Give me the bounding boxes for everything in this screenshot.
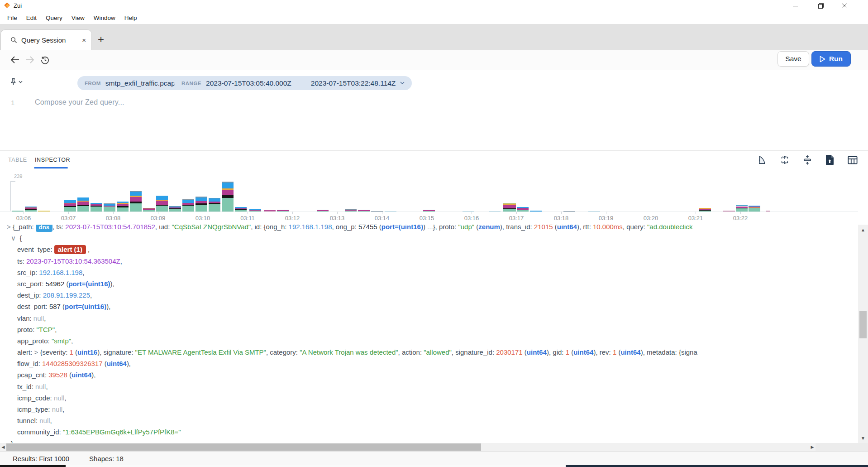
- bar-segment: [130, 203, 142, 212]
- scroll-down-arrow-icon[interactable]: ▼: [858, 434, 868, 442]
- inspector-row[interactable]: dest_ip: 208.91.199.225,: [0, 289, 858, 301]
- bar-segment: [222, 183, 234, 188]
- vertical-scrollbar[interactable]: ▲ ▼: [858, 225, 868, 443]
- bar-segment: [182, 199, 194, 200]
- x-tick-mark: [516, 212, 517, 214]
- collapse-icon[interactable]: [802, 155, 812, 165]
- inspector-row[interactable]: community_id: "1:6345EPBGmGq6k+LlfPy57Pf…: [0, 426, 858, 438]
- bar-segment: [503, 209, 516, 212]
- fin-icon[interactable]: [757, 155, 767, 165]
- token: "ad.doubleclick: [647, 225, 692, 231]
- menu-item-window[interactable]: Window: [89, 12, 120, 24]
- inspector-row[interactable]: icmp_code: null,: [0, 392, 858, 404]
- inspector-row[interactable]: ts: 2023-07-15T03:10:54.363504Z,: [0, 255, 858, 267]
- tab-table[interactable]: TABLE: [8, 151, 27, 169]
- forward-button[interactable]: [24, 54, 36, 66]
- bar-segment: [345, 209, 357, 210]
- inspector-row[interactable]: flow_id: 1440285309326317 (uint64),: [0, 358, 858, 369]
- scroll-right-arrow-icon[interactable]: ▶: [809, 443, 816, 451]
- inspector-row[interactable]: }: [0, 438, 858, 443]
- search-icon: [10, 37, 17, 43]
- inspector-row[interactable]: proto: "TCP",: [0, 324, 858, 335]
- inspector-panel[interactable]: > {_path: dns, ts: 2023-07-15T03:10:54.7…: [0, 225, 858, 443]
- history-button[interactable]: [39, 54, 51, 66]
- columns-icon[interactable]: [847, 155, 858, 165]
- close-icon: [842, 3, 847, 9]
- inspector-row[interactable]: tunnel: null,: [0, 415, 858, 426]
- tab-inspector[interactable]: INSPECTOR: [35, 151, 70, 169]
- menu-item-edit[interactable]: Edit: [22, 12, 41, 24]
- bar-segment: [169, 209, 181, 212]
- menu-item-view[interactable]: View: [67, 12, 89, 24]
- expand-icon[interactable]: [779, 155, 790, 165]
- new-tab-button[interactable]: +: [93, 32, 109, 47]
- token: icmp_type:: [17, 405, 52, 413]
- inspector-row[interactable]: src_ip: 192.168.1.198,: [0, 267, 858, 278]
- bar-segment: [489, 211, 501, 212]
- bar-segment: [38, 211, 50, 212]
- inspector-row[interactable]: dest_port: 587 (port=(uint16)),: [0, 301, 858, 312]
- bar-segment: [423, 211, 435, 212]
- pin-menu-button[interactable]: [10, 78, 23, 86]
- inspector-row[interactable]: pcap_cnt: 39528 (uint64),: [0, 369, 858, 380]
- x-tick-mark: [68, 212, 69, 214]
- tab-query-session[interactable]: Query Session ×: [0, 29, 92, 50]
- taskbar-edge-right: [566, 465, 868, 467]
- token: null: [39, 417, 50, 424]
- token: orig_p:: [336, 225, 358, 231]
- inspector-row[interactable]: vlan: null,: [0, 313, 858, 324]
- bar-segment: [25, 210, 37, 212]
- inspector-row[interactable]: alert: > {severity: 1 (uint16), signatur…: [0, 347, 858, 358]
- menu-item-query[interactable]: Query: [41, 12, 67, 24]
- token: ,: [62, 405, 64, 413]
- back-button[interactable]: [9, 54, 21, 66]
- save-button[interactable]: Save: [777, 51, 809, 67]
- x-tick-mark: [248, 212, 248, 214]
- scroll-up-arrow-icon[interactable]: ▲: [858, 226, 868, 234]
- token: vlan:: [17, 314, 33, 322]
- token: community_id:: [17, 428, 63, 436]
- inspector-row[interactable]: app_proto: "smtp",: [0, 335, 858, 347]
- histogram-chart[interactable]: 239 03:0603:0703:0803:0903:1003:1103:120…: [0, 169, 858, 224]
- minimize-button[interactable]: [785, 0, 806, 12]
- inspector-row[interactable]: > {_path: dns, ts: 2023-07-15T03:10:54.7…: [0, 225, 858, 232]
- menu-item-help[interactable]: Help: [120, 12, 142, 24]
- x-tick-label: 03:15: [413, 215, 440, 221]
- vertical-scrollbar-thumb[interactable]: [859, 311, 867, 338]
- expand-chevron[interactable]: >: [7, 225, 13, 231]
- menu-item-file[interactable]: File: [3, 12, 22, 24]
- token: ,: [251, 225, 254, 231]
- range-pill[interactable]: RANGE 2023-07-15T03:05:40.000Z — 2023-07…: [174, 76, 412, 90]
- title-bar[interactable]: Zui: [0, 0, 868, 12]
- run-button[interactable]: Run: [811, 51, 851, 67]
- query-editor[interactable]: 1 Compose your Zed query...: [0, 98, 868, 110]
- horizontal-scrollbar[interactable]: ◀ ▶: [0, 443, 816, 451]
- inspector-row[interactable]: ∨ {: [0, 232, 858, 244]
- chevron-down-icon: [400, 82, 405, 85]
- bar-segment: [130, 192, 142, 196]
- bar-segment: [222, 182, 234, 183]
- expand-chevron[interactable]: ∨: [11, 234, 16, 242]
- bar-segment: [169, 208, 181, 209]
- path-badge[interactable]: dns: [36, 225, 52, 232]
- close-button[interactable]: [834, 0, 855, 12]
- expand-chevron[interactable]: >: [34, 348, 40, 356]
- bar-segment: [249, 209, 261, 210]
- token: orig_h:: [266, 225, 289, 231]
- export-icon[interactable]: [825, 155, 835, 165]
- token: null: [52, 405, 62, 413]
- scroll-left-arrow-icon[interactable]: ◀: [0, 443, 6, 451]
- horizontal-scrollbar-thumb[interactable]: [6, 443, 481, 451]
- bar-segment: [156, 206, 168, 212]
- inspector-row[interactable]: icmp_type: null,: [0, 404, 858, 415]
- token: ),: [91, 371, 95, 379]
- tab-close-icon[interactable]: ×: [81, 36, 87, 44]
- token: trans_id:: [506, 225, 534, 231]
- maximize-restore-button[interactable]: [811, 0, 831, 12]
- token: "1:6345EPBGmGq6k+LlfPy57PfPfK8=": [63, 428, 181, 436]
- bar-segment: [503, 208, 516, 209]
- inspector-row[interactable]: tx_id: null,: [0, 381, 858, 392]
- inspector-row[interactable]: event_type: alert (1) ,: [0, 244, 858, 255]
- inspector-row[interactable]: src_port: 54962 (port=(uint16)),: [0, 278, 858, 289]
- alert-count-badge[interactable]: alert (1): [54, 245, 86, 254]
